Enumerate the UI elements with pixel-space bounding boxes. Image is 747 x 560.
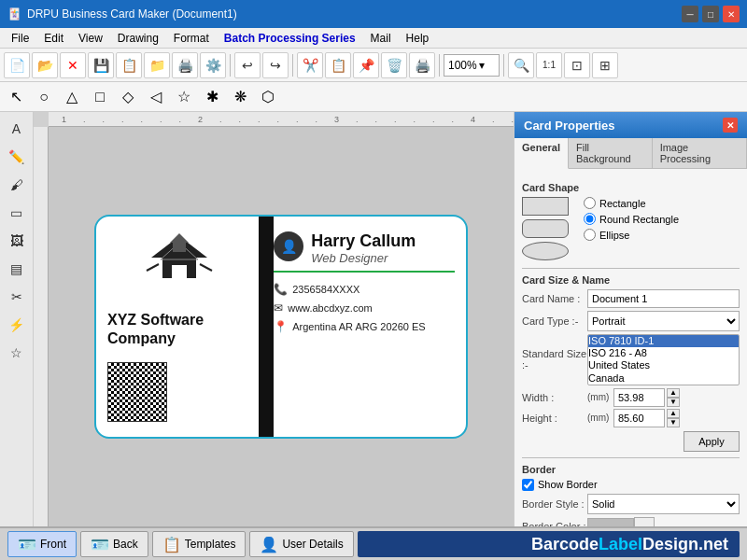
star2-tool[interactable]: ✱ — [200, 85, 224, 109]
show-border-row: Show Border — [522, 479, 740, 491]
folder-button[interactable]: 📁 — [144, 52, 170, 78]
shape-roundrect-option[interactable]: Round Rectangle — [584, 213, 679, 225]
shape-ellipse-radio[interactable] — [584, 229, 596, 241]
copy-button[interactable]: 📋 — [325, 52, 351, 78]
left-panel: A ✏️ 🖌 ▭ 🖼 ▤ ✂ ⚡ ☆ — [0, 112, 34, 526]
panel-close-button[interactable]: ✕ — [723, 118, 738, 133]
menu-drawing[interactable]: Drawing — [110, 30, 166, 47]
panel-body: Card Shape Rectangle Round Rectangle — [514, 169, 747, 526]
shape-roundrect-radio[interactable] — [584, 213, 596, 225]
shape-ellipse-option[interactable]: Ellipse — [584, 229, 679, 241]
settings-button[interactable]: ⚙️ — [200, 52, 226, 78]
standard-size-row: Standard Size :- ISO 7810 ID-1 ISO 216 -… — [522, 334, 740, 385]
save-as-button[interactable]: 📋 — [116, 52, 142, 78]
rect-tool[interactable]: □ — [88, 85, 112, 109]
menu-format[interactable]: Format — [166, 30, 217, 47]
scissors-tool[interactable]: ✂ — [4, 284, 30, 310]
card-phone: 📞 2356584XXXX — [274, 283, 455, 296]
maximize-button[interactable]: □ — [702, 6, 719, 22]
divider2 — [522, 457, 740, 458]
card-name-input[interactable] — [587, 289, 740, 308]
barcode-tool[interactable]: ▤ — [4, 256, 30, 282]
border-color-swatch[interactable] — [587, 518, 634, 526]
roundrect-preview — [522, 219, 569, 238]
menu-batch[interactable]: Batch Processing Series — [217, 30, 363, 47]
width-up[interactable]: ▲ — [667, 388, 680, 398]
menu-help[interactable]: Help — [399, 30, 437, 47]
menu-edit[interactable]: Edit — [36, 30, 71, 47]
card-logo — [107, 231, 251, 296]
arrow-tool[interactable]: ◁ — [144, 85, 168, 109]
rect-draw-tool[interactable]: ▭ — [4, 200, 30, 226]
standard-size-list[interactable]: ISO 7810 ID-1 ISO 216 - A8 United States… — [587, 334, 740, 385]
height-row: Height : (mm) ▲ ▼ — [522, 409, 740, 427]
hex-tool[interactable]: ⬡ — [256, 85, 280, 109]
shapebar: ↖ ○ △ □ ◇ ◁ ☆ ✱ ❋ ⬡ — [0, 82, 747, 112]
pencil-tool[interactable]: ✏️ — [4, 144, 30, 170]
image-tool[interactable]: 🖼 — [4, 228, 30, 254]
cut-button[interactable]: ✂️ — [297, 52, 323, 78]
delete-button[interactable]: 🗑️ — [381, 52, 407, 78]
shape-rect-radio[interactable] — [584, 197, 596, 209]
width-input[interactable] — [613, 388, 665, 407]
diamond-tool[interactable]: ◇ — [116, 85, 140, 109]
circle-tool[interactable]: ○ — [32, 85, 56, 109]
triangle-tool[interactable]: △ — [60, 85, 84, 109]
brush-tool[interactable]: 🖌 — [4, 172, 30, 198]
back-button[interactable]: 🪪 Back — [80, 531, 148, 557]
zoom-box[interactable]: 100% ▾ — [444, 54, 500, 77]
menu-file[interactable]: File — [4, 30, 36, 47]
tab-fill-background[interactable]: Fill Background — [569, 138, 653, 168]
card-person-name: Harry Callum — [311, 231, 416, 251]
text-tool[interactable]: A — [4, 116, 30, 142]
show-border-checkbox[interactable] — [522, 479, 534, 491]
close-doc-button[interactable]: ✕ — [60, 52, 86, 78]
width-down[interactable]: ▼ — [667, 398, 680, 407]
tab-general[interactable]: General — [514, 138, 569, 169]
height-label: Height : — [522, 413, 587, 424]
new-button[interactable]: 📄 — [4, 52, 30, 78]
menu-mail[interactable]: Mail — [363, 30, 399, 47]
print-preview-button[interactable]: 🖨️ — [172, 52, 198, 78]
card-type-select[interactable]: Portrait Landscape — [587, 311, 740, 331]
print-button[interactable]: 🖨️ — [409, 52, 435, 78]
width-spinner[interactable]: ▲ ▼ — [667, 388, 680, 407]
tab-image-processing[interactable]: Image Processing — [653, 138, 747, 168]
fit-button[interactable]: ⊡ — [564, 52, 590, 78]
user-details-button[interactable]: 👤 User Details — [249, 531, 353, 557]
save-button[interactable]: 💾 — [88, 52, 114, 78]
apply-button[interactable]: Apply — [684, 431, 740, 452]
flower-tool[interactable]: ❋ — [228, 85, 252, 109]
app-title: DRPU Business Card Maker (Document1) — [27, 7, 682, 21]
favorite-tool[interactable]: ☆ — [4, 340, 30, 366]
select-tool[interactable]: ↖ — [4, 85, 28, 109]
zoom-out-button[interactable]: 🔍 — [508, 52, 534, 78]
star-tool[interactable]: ☆ — [172, 85, 196, 109]
minimize-button[interactable]: ─ — [682, 6, 698, 22]
card-avatar: 👤 — [274, 231, 303, 261]
paste-button[interactable]: 📌 — [353, 52, 379, 78]
barcode-banner: BarcodeLabelDesign.net — [358, 531, 740, 557]
height-down[interactable]: ▼ — [667, 418, 680, 427]
width-unit: (mm) — [587, 392, 613, 402]
front-button[interactable]: 🪪 Front — [7, 531, 77, 557]
height-up[interactable]: ▲ — [667, 409, 680, 418]
lightning-tool[interactable]: ⚡ — [4, 312, 30, 338]
open-button[interactable]: 📂 — [32, 52, 58, 78]
redo-button[interactable]: ↪ — [262, 52, 289, 78]
height-spinner[interactable]: ▲ ▼ — [667, 409, 680, 427]
toolbar-separator3 — [439, 54, 440, 77]
shape-radio-group: Rectangle Round Rectangle Ellipse — [584, 197, 679, 260]
menu-view[interactable]: View — [71, 30, 110, 47]
shape-rect-option[interactable]: Rectangle — [584, 197, 679, 209]
close-button[interactable]: ✕ — [723, 6, 740, 22]
templates-button[interactable]: 📋 Templates — [152, 531, 247, 557]
back-icon: 🪪 — [91, 536, 109, 553]
height-input[interactable] — [613, 409, 665, 427]
undo-button[interactable]: ↩ — [234, 52, 261, 78]
toolbar-separator1 — [230, 54, 231, 77]
grid-button[interactable]: ⊞ — [592, 52, 618, 78]
border-color-picker-button[interactable]: ... — [634, 517, 655, 526]
border-style-select[interactable]: Solid Dashed Dotted — [587, 494, 740, 514]
zoom-1-1-button[interactable]: 1:1 — [536, 52, 562, 78]
